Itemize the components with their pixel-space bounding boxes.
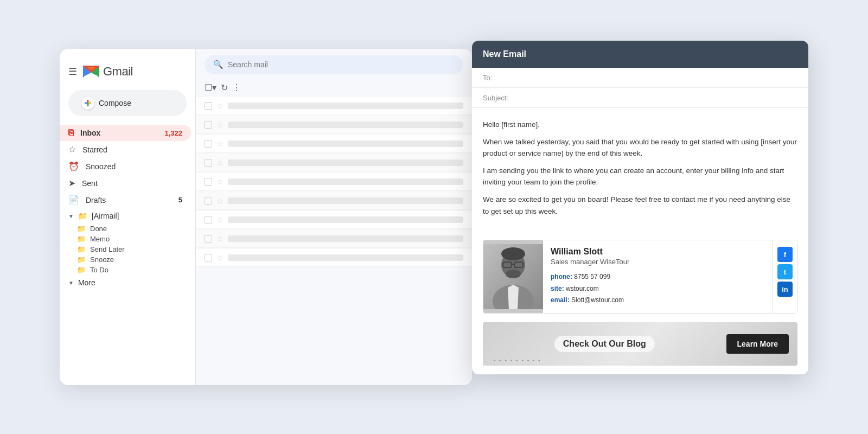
email-preview-bar [228,141,463,147]
email-preview-bar [228,178,463,185]
table-row[interactable]: ☆ [196,97,472,115]
draft-icon: 📄 [68,195,79,205]
sig-site-value: wstour.com [566,285,599,292]
table-row[interactable]: ☆ [196,116,472,134]
svg-point-15 [506,270,521,278]
body-line2: I am sending you the link to where you c… [483,165,797,188]
snoozed-label: Snoozed [86,162,116,171]
done-folder-icon: 📁 [77,225,86,233]
sent-label: Sent [82,179,98,188]
svg-marker-14 [508,285,519,309]
compose-button[interactable]: Compose [68,90,187,116]
email-preview-bar [228,103,463,109]
to-input[interactable] [520,73,797,82]
table-row[interactable]: ☆ [196,154,472,172]
row-star[interactable]: ☆ [216,196,224,205]
search-icon: 🔍 [213,60,224,69]
gmail-title: Gmail [103,65,133,79]
row-checkbox[interactable] [205,178,212,186]
to-field-row: To: [472,68,808,88]
sidebar-item-memo[interactable]: 📁 Memo [60,234,195,244]
sig-email-row: email: Slott@wstour.com [551,295,765,307]
memo-label: Memo [90,235,110,243]
sig-social-buttons: f t in [773,240,797,313]
compose-body: Hello [first name], When we talked yeste… [472,108,808,231]
sidebar-item-todo[interactable]: 📁 To Do [60,265,195,275]
row-checkbox[interactable] [205,121,212,129]
compose-label: Compose [99,99,131,107]
sig-phone-row: phone: 8755 57 099 [551,271,765,283]
to-label: To: [483,74,515,82]
drafts-badge: 5 [178,196,182,204]
blog-banner: • • • • • • • • • Check Out Our Blog Lea… [483,322,797,366]
row-star[interactable]: ☆ [216,177,224,186]
gmail-main: 🔍 ☐▾ ↻ ⋮ ☆ ☆ ☆ [195,49,472,385]
row-star[interactable]: ☆ [216,215,224,224]
more-item[interactable]: ▼ More [60,275,195,290]
table-row[interactable]: ☆ [196,211,472,229]
email-preview-bar [228,216,463,223]
sidebar-item-snooze[interactable]: 📁 Snooze [60,254,195,265]
table-row[interactable]: ☆ [196,230,472,248]
sig-contact: phone: 8755 57 099 site: wstour.com emai… [551,271,765,307]
row-checkbox[interactable] [205,254,212,261]
gmail-sidebar: ☰ [60,49,195,385]
table-row[interactable]: ☆ [196,249,472,267]
row-star[interactable]: ☆ [216,234,224,243]
table-row[interactable]: ☆ [196,173,472,191]
row-star[interactable]: ☆ [216,101,224,110]
sidebar-item-send-later[interactable]: 📁 Send Later [60,244,195,254]
table-row[interactable]: ☆ [196,135,472,153]
facebook-button[interactable]: f [777,247,793,262]
row-checkbox[interactable] [205,159,212,167]
sidebar-item-sent[interactable]: ➤ Sent [60,175,191,192]
todo-label: To Do [90,266,108,274]
select-checkbox-icon[interactable]: ☐▾ [205,82,216,93]
airmail-label: [Airmail] [92,212,119,220]
compose-window-title: New Email [483,49,526,59]
row-checkbox[interactable] [205,102,212,110]
starred-label: Starred [82,145,107,154]
star-icon: ☆ [68,144,76,155]
refresh-icon[interactable]: ↻ [221,82,228,93]
memo-folder-icon: 📁 [77,235,86,243]
row-checkbox[interactable] [205,235,212,242]
airmail-section-header[interactable]: ▼ 📁 [Airmail] [60,208,195,224]
sidebar-item-inbox[interactable]: ⎘ Inbox 1,322 [60,125,191,141]
sig-title: Sales manager WiseTour [551,258,765,266]
sidebar-item-snoozed[interactable]: ⏰ Snoozed [60,158,191,175]
sidebar-item-drafts[interactable]: 📄 Drafts 5 [60,192,191,208]
subject-input[interactable] [520,93,797,102]
sig-phone-value: 8755 57 099 [574,273,610,280]
body-greeting: Hello [first name], [483,119,797,131]
row-star[interactable]: ☆ [216,139,224,148]
gmail-header: ☰ [60,58,195,90]
hamburger-icon[interactable]: ☰ [68,66,77,78]
signature-block: William Slott Sales manager WiseTour pho… [483,240,797,314]
row-checkbox[interactable] [205,216,212,224]
clock-icon: ⏰ [68,161,79,171]
email-preview-bar [228,122,463,128]
email-preview-bar [228,159,463,166]
twitter-button[interactable]: t [777,264,793,279]
sig-email-label: email: [551,296,570,304]
more-options-icon[interactable]: ⋮ [232,82,241,93]
sidebar-item-done[interactable]: 📁 Done [60,224,195,234]
plus-icon [84,99,92,107]
linkedin-button[interactable]: in [777,282,793,297]
row-star[interactable]: ☆ [216,253,224,262]
sidebar-item-starred[interactable]: ☆ Starred [60,141,191,158]
search-box[interactable]: 🔍 [205,55,463,74]
search-input[interactable] [228,60,455,69]
compose-header: New Email [472,41,808,68]
row-checkbox[interactable] [205,197,212,205]
learn-more-button[interactable]: Learn More [726,334,789,354]
search-area: 🔍 [196,49,472,80]
gmail-window: ☰ [60,49,472,385]
row-star[interactable]: ☆ [216,158,224,167]
folder-icon: 📁 [78,212,87,220]
row-star[interactable]: ☆ [216,120,224,129]
send-later-label: Send Later [90,245,125,253]
table-row[interactable]: ☆ [196,192,472,210]
row-checkbox[interactable] [205,140,212,148]
